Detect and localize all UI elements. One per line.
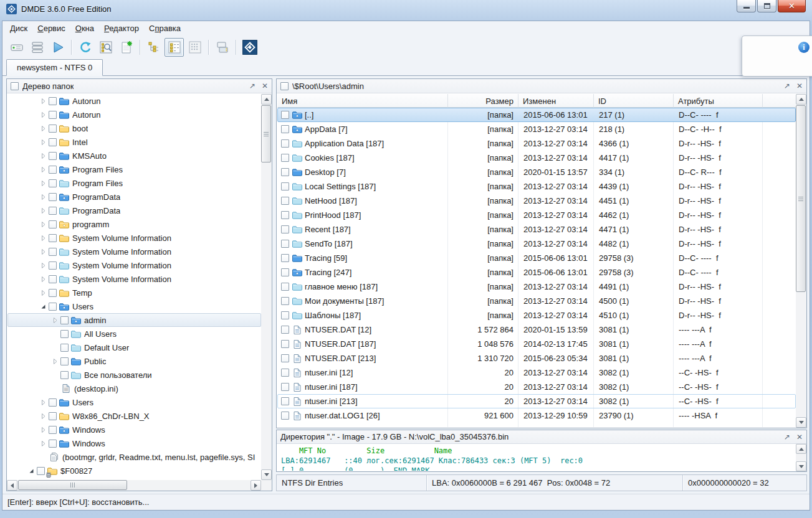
row-checkbox[interactable]: [281, 397, 289, 405]
minimize-button[interactable]: [737, 0, 756, 12]
file-row-local-settings-187[interactable]: Local Settings [187][папка]2013-12-27 03…: [277, 179, 796, 194]
list-view-button[interactable]: [165, 38, 184, 57]
row-checkbox[interactable]: [281, 168, 289, 176]
tree-item-users[interactable]: Users: [7, 395, 261, 409]
expander-collapsed-icon[interactable]: [40, 440, 47, 447]
row-checkbox[interactable]: [281, 326, 289, 334]
item-checkbox[interactable]: [49, 207, 57, 215]
file-row-tracing-59[interactable]: Tracing [59][папка]2015-06-06 13:0129758…: [277, 251, 796, 265]
item-checkbox[interactable]: [60, 344, 69, 352]
file-row-ntuser-ini-187[interactable]: ntuser.ini [187]202013-12-27 03:143082 (…: [277, 380, 796, 394]
full-scan-button[interactable]: [96, 38, 115, 57]
tree-panel-maximize-icon[interactable]: ↗: [249, 82, 256, 90]
row-checkbox[interactable]: [281, 139, 289, 148]
expander-collapsed-icon[interactable]: [40, 399, 47, 406]
expander-collapsed-icon[interactable]: [40, 276, 47, 283]
expander-collapsed-icon[interactable]: [40, 166, 47, 173]
column-header-id[interactable]: ID: [594, 94, 674, 108]
row-checkbox[interactable]: [281, 111, 289, 119]
table-vertical-scrollbar[interactable]: [796, 94, 806, 428]
expander-collapsed-icon[interactable]: [40, 221, 47, 228]
file-row-мои-документы-187[interactable]: Мои документы [187][папка]2013-12-27 03:…: [277, 294, 796, 308]
row-checkbox[interactable]: [281, 211, 289, 219]
expander-collapsed-icon[interactable]: [40, 207, 47, 214]
file-row-ntuser-dat-187[interactable]: NTUSER.DAT [187]1 048 5762014-02-13 17:4…: [277, 337, 796, 351]
item-checkbox[interactable]: [49, 97, 57, 105]
window-panels-button[interactable]: [213, 38, 232, 57]
file-panel-close-icon[interactable]: ✕: [796, 82, 803, 90]
tree-horizontal-scrollbar[interactable]: [7, 480, 261, 491]
dir-vertical-scrollbar[interactable]: [796, 444, 806, 471]
item-checkbox[interactable]: [49, 303, 57, 311]
item-checkbox[interactable]: [49, 426, 57, 434]
menu-окна[interactable]: Окна: [70, 22, 99, 35]
item-checkbox[interactable]: [49, 166, 57, 174]
file-row-шаблоны-187[interactable]: Шаблоны [187][папка]2013-12-27 03:144510…: [277, 308, 796, 323]
item-checkbox[interactable]: [49, 234, 57, 242]
tree-scroll-left-icon[interactable]: [7, 480, 17, 491]
tab-newsystem-ntfs0[interactable]: newsystem - NTFS 0: [6, 59, 103, 76]
item-checkbox[interactable]: [49, 193, 57, 201]
row-checkbox[interactable]: [281, 182, 289, 191]
dir-panel-close-icon[interactable]: ✕: [796, 433, 803, 441]
tree-item-system-volume-information[interactable]: System Volume Information: [7, 258, 261, 272]
tree-vscroll-thumb[interactable]: [261, 105, 271, 162]
expander-collapsed-icon[interactable]: [40, 180, 47, 187]
row-checkbox[interactable]: [281, 340, 289, 348]
info-icon[interactable]: i: [798, 42, 810, 53]
show-partitions-button[interactable]: [27, 38, 47, 57]
dir-scroll-down-icon[interactable]: [796, 461, 806, 471]
dmde-logo-button[interactable]: [240, 38, 259, 57]
grid-view-button[interactable]: [185, 38, 204, 57]
file-row-sendto-187[interactable]: SendTo [187][папка]2013-12-27 03:144482 …: [277, 237, 796, 251]
expander-collapsed-icon[interactable]: [52, 317, 59, 324]
file-row-ntuser-ini-12[interactable]: ntuser.ini [12]202013-12-27 03:143082 (1…: [277, 365, 796, 380]
tree-item-program-files[interactable]: Program Files: [7, 162, 261, 176]
expander-collapsed-icon[interactable]: [40, 111, 47, 118]
expander-collapsed-icon[interactable]: [40, 426, 47, 433]
row-checkbox[interactable]: [281, 412, 289, 420]
tree-item-kmsauto[interactable]: KMSAuto: [7, 149, 261, 162]
tree-header-checkbox[interactable]: [11, 82, 19, 90]
row-checkbox[interactable]: [281, 283, 289, 291]
file-row-printhood-187[interactable]: PrintHood [187][папка]2013-12-27 03:1444…: [277, 208, 796, 222]
file-row-ntuser-dat-12[interactable]: NTUSER.DAT [12]1 572 8642020-01-15 13:59…: [277, 323, 796, 337]
tree-item-autorun[interactable]: Autorun: [7, 108, 261, 121]
item-checkbox[interactable]: [49, 398, 57, 407]
table-scroll-down-icon[interactable]: [796, 417, 806, 428]
column-header-изменен[interactable]: Изменен: [518, 94, 594, 108]
tree-item-bootmgr-grldr-readme-txt-menu-lst-pagefi[interactable]: (bootmgr, grldr, Readme.txt, menu.lst, p…: [7, 450, 261, 464]
open-device-button[interactable]: [7, 38, 26, 57]
close-button[interactable]: ✕: [778, 0, 806, 12]
menu-сервис[interactable]: Сервис: [32, 22, 70, 35]
tree-item-default-user[interactable]: Default User: [7, 341, 261, 354]
tree-item-programdata[interactable]: ProgramData: [7, 204, 261, 217]
path-checkbox[interactable]: [280, 82, 289, 90]
expander-expanded-icon[interactable]: [40, 303, 47, 310]
expander-collapsed-icon[interactable]: [40, 413, 47, 420]
tree-scroll-right-icon[interactable]: [251, 480, 261, 491]
row-checkbox[interactable]: [281, 369, 289, 377]
expander-collapsed-icon[interactable]: [40, 194, 47, 200]
table-vscroll-thumb[interactable]: [796, 105, 806, 292]
tree-item-programm[interactable]: programm: [7, 217, 261, 231]
file-row-nethood-187[interactable]: NetHood [187][папка]2013-12-27 03:144451…: [277, 194, 796, 208]
tree-hscroll-thumb[interactable]: [18, 480, 127, 490]
file-row-item[interactable]: [..][папка]2015-06-06 13:01217 (1)D--C- …: [277, 108, 796, 122]
item-checkbox[interactable]: [60, 357, 69, 365]
item-checkbox[interactable]: [49, 220, 57, 228]
tree-scroll-up-icon[interactable]: [261, 94, 272, 105]
open-volume-button[interactable]: [48, 38, 67, 57]
item-checkbox[interactable]: [49, 152, 57, 160]
new-scan-button[interactable]: [117, 38, 136, 57]
row-checkbox[interactable]: [281, 154, 289, 162]
maximize-button[interactable]: [757, 0, 776, 12]
tree-item-intel[interactable]: Intel: [7, 135, 261, 149]
file-row-appdata-7[interactable]: AppData [7][папка]2013-12-27 03:14218 (1…: [277, 122, 796, 136]
item-checkbox[interactable]: [49, 138, 57, 146]
tree-item-autorun[interactable]: Autorun: [7, 94, 261, 108]
tree-item-desktop-ini[interactable]: (desktop.ini): [7, 382, 261, 395]
item-checkbox[interactable]: [49, 289, 57, 297]
expander-collapsed-icon[interactable]: [40, 98, 47, 105]
file-row-desktop-7[interactable]: Desktop [7][папка]2020-01-15 13:57334 (1…: [277, 165, 796, 179]
